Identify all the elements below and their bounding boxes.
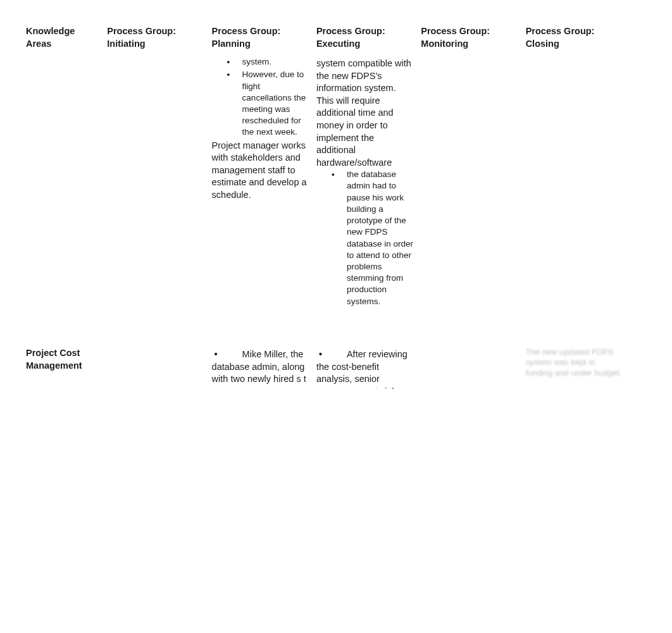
table-row: system. However, due to flight cancellat… [22, 56, 626, 347]
row2-executing: After reviewing the cost-benefit analysi… [313, 347, 417, 389]
row1-planning-list: system. However, due to flight cancellat… [212, 56, 309, 138]
row1-planning-bullet-tail: system. [212, 56, 309, 68]
row1-executing-para-top: system compatible with the new FDPS's in… [316, 58, 413, 169]
project-matrix-table: Knowledge Areas Process Group: Initiatin… [22, 25, 626, 389]
row1-knowledge-area [22, 56, 103, 347]
row2-planning: Mike Miller, the database admin, along w… [208, 347, 313, 389]
row2-planning-lead-text: Mike Miller, the database admin, along w… [212, 349, 306, 384]
table-row: Project Cost Management Mike Miller, the… [22, 347, 626, 389]
row1-initiating [103, 56, 208, 347]
row1-monitoring [417, 56, 521, 347]
header-knowledge-areas: Knowledge Areas [22, 25, 103, 56]
row2-closing-faded: The new updated FDPS system was kept in … [526, 347, 623, 378]
row1-closing [522, 56, 626, 347]
row1-planning-para: Project manager works with stakeholders … [212, 140, 309, 202]
row2-executing-lead: After reviewing the cost-benefit analysi… [316, 348, 413, 389]
header-pg-closing: Process Group: Closing [522, 25, 626, 56]
row2-initiating [103, 347, 208, 389]
table-header-row: Knowledge Areas Process Group: Initiatin… [22, 25, 626, 56]
header-pg-executing: Process Group: Executing [313, 25, 417, 56]
row2-monitoring [417, 347, 521, 389]
row1-executing-bullet-1: the database admin had to pause his work… [316, 169, 413, 307]
header-pg-planning: Process Group: Planning [208, 25, 313, 56]
row2-executing-lead-text: After reviewing the cost-benefit analysi… [316, 349, 408, 389]
row1-executing: system compatible with the new FDPS's in… [313, 56, 417, 347]
row2-planning-lead: Mike Miller, the database admin, along w… [212, 348, 309, 386]
row2-closing: The new updated FDPS system was kept in … [522, 347, 626, 389]
matrix-table: Knowledge Areas Process Group: Initiatin… [22, 25, 626, 389]
header-pg-initiating: Process Group: Initiating [103, 25, 208, 56]
row2-ka-label: Project Cost Management [26, 347, 99, 372]
header-pg-monitoring: Process Group: Monitoring [417, 25, 521, 56]
row1-planning-bullet-2: However, due to flight cancellations the… [212, 69, 309, 138]
row2-knowledge-area: Project Cost Management [22, 347, 103, 389]
row1-planning: system. However, due to flight cancellat… [208, 56, 313, 347]
row1-executing-list: the database admin had to pause his work… [316, 169, 413, 307]
